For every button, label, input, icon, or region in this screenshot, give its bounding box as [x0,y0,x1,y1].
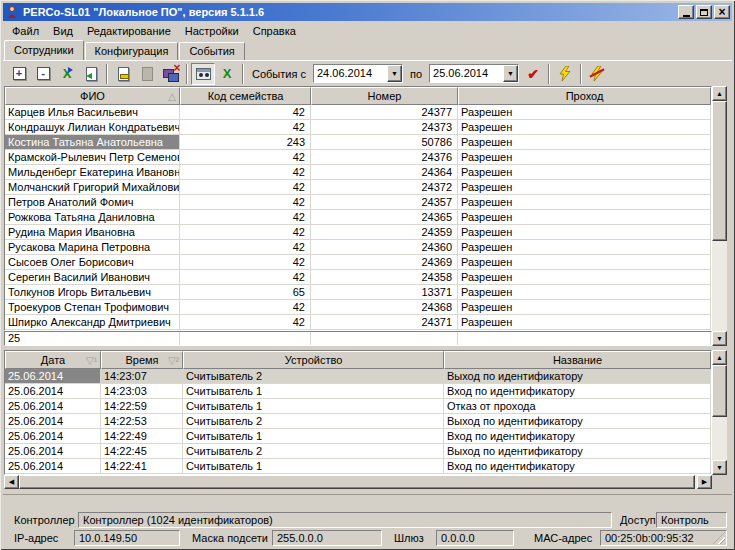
cell[interactable]: 25.06.2014 [5,444,101,459]
remove-record-button[interactable]: - [31,63,55,85]
event-row[interactable]: 25.06.201414:23:03Считыватель 1Вход по и… [5,384,711,399]
cell[interactable]: 42 [180,240,311,255]
cell[interactable]: 24360 [311,240,458,255]
cell[interactable]: Разрешен [458,150,711,165]
cell[interactable]: Отказ от прохода [444,399,711,414]
cell[interactable]: Разрешен [458,255,711,270]
column-header-3[interactable]: Номер [311,87,458,105]
cell[interactable]: Считыватель 1 [183,459,444,474]
cell[interactable]: 25.06.2014 [5,429,101,444]
cell[interactable]: 42 [180,315,311,330]
cell[interactable]: Толкунов Игорь Витальевич [5,285,180,300]
cell[interactable]: Разрешен [458,315,711,330]
cell[interactable]: 14:22:45 [101,444,183,459]
employee-row[interactable]: Сысоев Олег Борисович4224369Разрешен [5,255,711,270]
export-file-button[interactable] [79,63,103,85]
minimize-button[interactable] [678,5,694,19]
employee-row[interactable]: Карцев Илья Васильевич4224377Разрешен [5,105,711,120]
menu-item-settings[interactable]: Настройки [178,23,246,39]
cell[interactable]: 25.06.2014 [5,384,101,399]
start-poll-button[interactable] [553,63,577,85]
column-header-4[interactable]: Проход [458,87,711,105]
cell[interactable]: Разрешен [458,210,711,225]
cell[interactable]: Молчанский Григорий Михайлович [5,180,180,195]
cell[interactable]: Рудина Мария Ивановна [5,225,180,240]
event-row[interactable]: 25.06.201414:23:07Считыватель 2Выход по … [5,369,711,384]
cell[interactable]: 65 [180,285,311,300]
cell[interactable]: Разрешен [458,225,711,240]
cell[interactable]: 42 [180,225,311,240]
cell[interactable]: 25.06.2014 [5,399,101,414]
cell[interactable]: Вход по идентификатору [444,459,711,474]
column-header-2[interactable]: Время▽² [101,351,183,369]
cell[interactable]: Разрешен [458,135,711,150]
dropdown-arrow-icon[interactable]: ▼ [387,65,402,82]
cell[interactable]: Петров Анатолий Фомич [5,195,180,210]
cell[interactable]: Троекуров Степан Трофимович [5,300,180,315]
cell[interactable]: Выход по идентификатору [444,369,711,384]
cell[interactable]: 25.06.2014 [5,459,101,474]
scroll-right-button[interactable]: ▶ [697,475,712,489]
cell[interactable]: Разрешен [458,165,711,180]
cell[interactable]: 42 [180,120,311,135]
cell[interactable]: Выход по идентификатору [444,444,711,459]
apply-filter-button[interactable]: ✔ [521,63,545,85]
employee-row[interactable]: Кондрашук Лилиан Кондратьевич4224373Разр… [5,120,711,135]
cell[interactable]: 24368 [311,300,458,315]
cell[interactable]: Мильденберг Екатерина Ивановна [5,165,180,180]
cell[interactable]: 42 [180,165,311,180]
import-from-excel-button[interactable]: X [55,63,79,85]
cell[interactable]: 42 [180,150,311,165]
employee-row[interactable]: Троекуров Степан Трофимович4224368Разреш… [5,300,711,315]
event-row[interactable]: 25.06.201414:22:41Считыватель 1Вход по и… [5,459,711,474]
scroll-up-button[interactable]: ▲ [712,86,727,101]
cell[interactable]: 14:23:07 [101,369,183,384]
view-events-button[interactable] [191,63,215,85]
cell[interactable]: Разрешен [458,270,711,285]
cell[interactable]: 24369 [311,255,458,270]
cell[interactable]: Считыватель 1 [183,384,444,399]
cell[interactable]: Разрешен [458,180,711,195]
cell[interactable]: Считыватель 2 [183,444,444,459]
event-row[interactable]: 25.06.201414:22:49Считыватель 1Вход по и… [5,429,711,444]
title-bar[interactable]: PERCo-SL01 "Локальное ПО", версия 5.1.1.… [3,3,732,21]
cell[interactable]: 24376 [311,150,458,165]
resize-grip-icon[interactable] [713,532,725,544]
cell[interactable]: Разрешен [458,105,711,120]
employee-row[interactable]: Костина Татьяна Анатольевна24350786Разре… [5,135,711,150]
document-button[interactable] [135,63,159,85]
date-from-combo[interactable]: 24.06.2014 ▼ [313,64,403,83]
dropdown-arrow-icon[interactable]: ▼ [503,65,518,82]
column-header-3[interactable]: Устройство [183,351,444,369]
event-row[interactable]: 25.06.201414:22:59Считыватель 1Отказ от … [5,399,711,414]
maximize-button[interactable] [696,5,712,19]
cell[interactable]: 24364 [311,165,458,180]
cell[interactable]: Считыватель 2 [183,414,444,429]
cell[interactable]: Вход по идентификатору [444,429,711,444]
column-header-1[interactable]: Дата▽¹ [5,351,101,369]
employee-row[interactable]: Рудина Мария Ивановна4224359Разрешен [5,225,711,240]
cell[interactable]: 24377 [311,105,458,120]
scroll-down-button[interactable]: ▼ [712,460,727,475]
tab-configuration[interactable]: Конфигурация [85,42,179,60]
employee-row[interactable]: Петров Анатолий Фомич4224357Разрешен [5,195,711,210]
cell[interactable]: 42 [180,300,311,315]
cell[interactable]: Выход по идентификатору [444,414,711,429]
cell[interactable]: 14:23:03 [101,384,183,399]
cell[interactable]: 243 [180,135,311,150]
scroll-thumb[interactable] [19,475,695,489]
employee-row[interactable]: Крамской-Рылевич Петр Семенович4224376Ра… [5,150,711,165]
cell[interactable]: Кондрашук Лилиан Кондратьевич [5,120,180,135]
cell[interactable]: Рожкова Татьяна Даниловна [5,210,180,225]
column-header-4[interactable]: Название [444,351,711,369]
cell[interactable]: 14:22:49 [101,429,183,444]
cell[interactable]: Разрешен [458,300,711,315]
cell[interactable]: Карцев Илья Васильевич [5,105,180,120]
cell[interactable]: 14:22:41 [101,459,183,474]
cell[interactable]: Разрешен [458,240,711,255]
column-header-1[interactable]: ФИО△ [5,87,180,105]
cell[interactable]: 13371 [311,285,458,300]
cell[interactable]: Разрешен [458,285,711,300]
cell[interactable]: 42 [180,255,311,270]
menu-item-view[interactable]: Вид [46,23,80,39]
